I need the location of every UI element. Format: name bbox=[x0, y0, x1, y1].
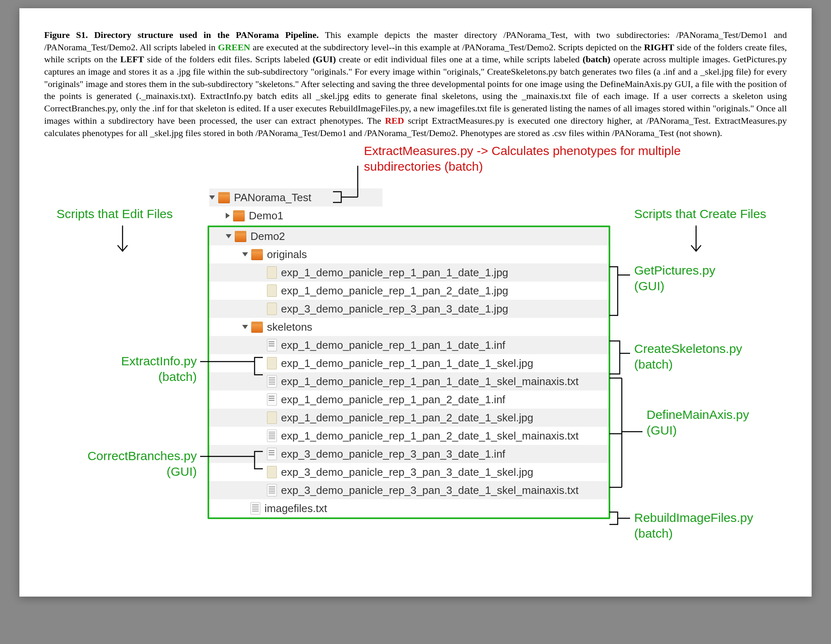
inf-file-icon bbox=[267, 339, 277, 351]
folder-row-demo2: Demo2 bbox=[209, 227, 609, 245]
file-label: exp_1_demo_panicle_rep_1_pan_2_date_1_sk… bbox=[281, 430, 578, 442]
file-row: exp_1_demo_panicle_rep_1_pan_1_date_1.jp… bbox=[209, 263, 609, 282]
annotation-definemainaxis: DefineMainAxis.py (GUI) bbox=[647, 407, 749, 438]
folder-label: Demo2 bbox=[250, 230, 285, 243]
folder-row-skeletons: skeletons bbox=[209, 318, 609, 336]
file-label: exp_1_demo_panicle_rep_1_pan_1_date_1_sk… bbox=[281, 375, 578, 388]
triangle-down-icon bbox=[226, 234, 231, 238]
folder-icon bbox=[251, 249, 263, 260]
annotation-extractinfo: ExtractInfo.py (batch) bbox=[81, 353, 197, 384]
folder-icon bbox=[235, 231, 246, 242]
annotation-line: CorrectBranches.py bbox=[87, 449, 197, 463]
annotation-line: RebuildImageFiles.py bbox=[634, 511, 753, 524]
file-label: exp_1_demo_panicle_rep_1_pan_1_date_1.in… bbox=[281, 339, 505, 352]
annotation-line: GetPictures.py bbox=[634, 263, 715, 277]
annotation-line: (batch) bbox=[158, 370, 197, 383]
file-row: exp_1_demo_panicle_rep_1_pan_2_date_1.jp… bbox=[209, 282, 609, 300]
annotation-line: ExtractMeasures.py -> Calculates phenoty… bbox=[364, 144, 681, 157]
annotation-createskeletons: CreateSkeletons.py (batch) bbox=[634, 341, 742, 372]
txt-file-icon bbox=[267, 430, 277, 442]
file-row: exp_1_demo_panicle_rep_1_pan_2_date_1_sk… bbox=[209, 427, 609, 445]
jpg-file-icon bbox=[267, 357, 277, 369]
folder-label: PANorama_Test bbox=[234, 191, 311, 204]
file-row: exp_1_demo_panicle_rep_1_pan_1_date_1.in… bbox=[209, 336, 609, 354]
annotation-line: DefineMainAxis.py bbox=[647, 408, 749, 421]
file-label: exp_1_demo_panicle_rep_1_pan_2_date_1_sk… bbox=[281, 411, 534, 424]
file-label: exp_3_demo_panicle_rep_3_pan_3_date_1.jp… bbox=[281, 303, 508, 315]
jpg-file-icon bbox=[267, 303, 277, 315]
jpg-file-icon bbox=[267, 266, 277, 279]
folder-icon bbox=[218, 192, 230, 203]
annotation-line: (GUI) bbox=[167, 465, 197, 478]
caption-red-word: RED bbox=[385, 115, 404, 126]
annotation-line: (batch) bbox=[634, 526, 673, 540]
bracket-rebuildimagefiles bbox=[609, 512, 630, 524]
folder-row-originals: originals bbox=[209, 245, 609, 263]
demo2-scope-box: Demo2 originals exp_1_demo_panicle_rep_1… bbox=[208, 226, 610, 519]
triangle-down-icon bbox=[242, 325, 248, 329]
annotation-line: ExtractInfo.py bbox=[121, 354, 197, 368]
folder-icon bbox=[233, 210, 245, 221]
annotation-line: CreateSkeletons.py bbox=[634, 342, 742, 355]
file-label: exp_1_demo_panicle_rep_1_pan_1_date_1_sk… bbox=[281, 357, 534, 370]
inf-file-icon bbox=[267, 393, 277, 406]
inf-file-icon bbox=[267, 448, 277, 460]
triangle-down-icon bbox=[209, 195, 215, 200]
file-row-imagefiles: imagefiles.txt bbox=[209, 499, 609, 517]
annotation-line: subdirectories (batch) bbox=[364, 160, 483, 173]
file-label: imagefiles.txt bbox=[264, 502, 327, 515]
caption-right-word: RIGHT bbox=[644, 42, 674, 52]
caption-left-word: LEFT bbox=[120, 54, 144, 64]
file-label: exp_1_demo_panicle_rep_1_pan_2_date_1.jp… bbox=[281, 284, 508, 297]
folder-row-root: PANorama_Test bbox=[209, 188, 382, 207]
file-row: exp_1_demo_panicle_rep_1_pan_2_date_1_sk… bbox=[209, 409, 609, 427]
file-row: exp_3_demo_panicle_rep_3_pan_3_date_1.in… bbox=[209, 445, 609, 463]
bracket-definemainaxis bbox=[609, 378, 642, 487]
file-row: exp_1_demo_panicle_rep_1_pan_1_date_1_sk… bbox=[209, 354, 609, 372]
folder-icon bbox=[251, 322, 263, 333]
annotation-line: (GUI) bbox=[634, 279, 664, 293]
caption-gui-word: (GUI) bbox=[313, 54, 336, 64]
file-label: exp_1_demo_panicle_rep_1_pan_1_date_1.jp… bbox=[281, 266, 508, 279]
file-label: exp_3_demo_panicle_rep_3_pan_3_date_1_sk… bbox=[281, 466, 534, 479]
annotation-correctbranches: CorrectBranches.py (GUI) bbox=[57, 448, 197, 479]
file-label: exp_1_demo_panicle_rep_1_pan_2_date_1.in… bbox=[281, 393, 505, 406]
caption-text: side of the folders edit files. Scripts … bbox=[144, 54, 313, 64]
arrow-down-icon bbox=[118, 226, 127, 251]
triangle-right-icon bbox=[226, 213, 230, 219]
folder-label: originals bbox=[267, 248, 307, 261]
directory-diagram: ExtractMeasures.py -> Calculates phenoty… bbox=[44, 143, 787, 580]
caption-text: are executed at the subdirectory level--… bbox=[250, 42, 644, 52]
annotation-extractmeasures: ExtractMeasures.py -> Calculates phenoty… bbox=[364, 143, 681, 174]
annotation-rebuildimagefiles: RebuildImageFiles.py (batch) bbox=[634, 510, 753, 541]
folder-label: skeletons bbox=[267, 321, 312, 334]
bracket-getpictures bbox=[609, 267, 630, 315]
annotation-getpictures: GetPictures.py (GUI) bbox=[634, 263, 715, 294]
figure-page: Figure S1. Directory structure used in t… bbox=[19, 8, 812, 597]
file-row: exp_3_demo_panicle_rep_3_pan_3_date_1_sk… bbox=[209, 463, 609, 481]
annotation-line: (GUI) bbox=[647, 423, 677, 437]
figure-caption: Figure S1. Directory structure used in t… bbox=[44, 29, 787, 139]
edit-files-header: Scripts that Edit Files bbox=[57, 207, 173, 221]
arrow-down-icon bbox=[691, 226, 701, 251]
jpg-file-icon bbox=[267, 411, 277, 424]
create-files-header: Scripts that Create Files bbox=[634, 207, 766, 221]
caption-text: operate across multiple images. GetPictu… bbox=[44, 54, 787, 125]
txt-file-icon bbox=[250, 502, 260, 515]
caption-text: create or edit individual files one at a… bbox=[336, 54, 583, 64]
jpg-file-icon bbox=[267, 466, 277, 478]
bracket-createskeletons bbox=[609, 341, 630, 374]
txt-file-icon bbox=[267, 375, 277, 388]
file-row: exp_1_demo_panicle_rep_1_pan_2_date_1.in… bbox=[209, 390, 609, 409]
jpg-file-icon bbox=[267, 284, 277, 297]
caption-batch-word: (batch) bbox=[583, 54, 610, 64]
file-row: exp_3_demo_panicle_rep_3_pan_3_date_1.jp… bbox=[209, 300, 609, 318]
folder-row-demo1: Demo1 bbox=[209, 207, 605, 225]
file-label: exp_3_demo_panicle_rep_3_pan_3_date_1.in… bbox=[281, 448, 505, 461]
file-row: exp_3_demo_panicle_rep_3_pan_3_date_1_sk… bbox=[209, 481, 609, 499]
file-label: exp_3_demo_panicle_rep_3_pan_3_date_1_sk… bbox=[281, 484, 578, 497]
annotation-line: (batch) bbox=[634, 357, 673, 371]
txt-file-icon bbox=[267, 484, 277, 496]
figure-label: Figure S1. Directory structure used in t… bbox=[44, 30, 319, 40]
folder-label: Demo1 bbox=[249, 209, 283, 222]
